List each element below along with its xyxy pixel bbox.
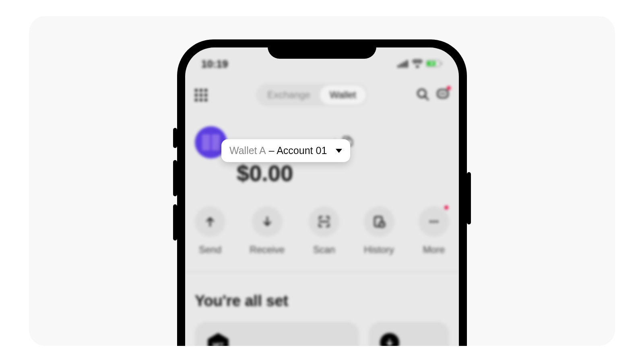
chevron-down-icon — [336, 149, 342, 153]
history-icon — [373, 216, 385, 228]
tab-wallet[interactable]: Wallet — [320, 85, 366, 105]
app-header: Exchange Wallet — [185, 72, 459, 110]
phone-frame: 10:19 — [177, 39, 467, 346]
action-row: Send Receive Scan History — [185, 186, 459, 272]
chat-button[interactable] — [436, 88, 449, 102]
promo-card-download[interactable] — [369, 322, 449, 346]
section-title: You're all set — [185, 272, 459, 322]
history-label: History — [364, 244, 394, 255]
svg-point-10 — [440, 93, 442, 95]
svg-rect-3 — [406, 60, 408, 68]
svg-point-12 — [444, 93, 446, 95]
search-icon — [416, 88, 429, 101]
blurred-background-layer: 10:19 — [185, 47, 459, 346]
account-balance: $0.00 — [185, 160, 459, 186]
svg-rect-2 — [403, 62, 405, 68]
status-time: 10:19 — [201, 58, 228, 70]
svg-point-18 — [433, 221, 435, 223]
more-button[interactable]: More — [419, 206, 449, 255]
tab-exchange[interactable]: Exchange — [258, 85, 320, 105]
phone-mute-switch — [173, 128, 177, 148]
svg-point-19 — [436, 221, 438, 223]
promo-cards-row: NFT — [185, 322, 459, 346]
arrow-down-icon — [385, 338, 394, 346]
search-button[interactable] — [416, 88, 429, 102]
account-name: – Account 01 — [266, 145, 327, 156]
wallet-name: Wallet A — [229, 145, 266, 156]
svg-rect-6 — [441, 62, 442, 65]
notification-dot-icon — [444, 206, 448, 210]
svg-point-17 — [429, 221, 431, 223]
svg-rect-1 — [400, 64, 402, 68]
history-button[interactable]: History — [364, 206, 394, 255]
cellular-icon — [398, 58, 409, 70]
notification-dot-icon — [447, 86, 451, 90]
arrow-down-icon — [261, 216, 273, 228]
svg-rect-0 — [398, 65, 399, 68]
more-icon — [428, 216, 440, 228]
send-button[interactable]: Send — [195, 206, 225, 255]
phone-volume-down — [173, 204, 177, 241]
nft-badge-icon: NFT — [206, 333, 230, 346]
wifi-icon — [412, 58, 423, 70]
download-circle-icon — [380, 333, 399, 346]
phone-screen: 10:19 — [185, 47, 459, 346]
scan-label: Scan — [313, 244, 335, 255]
send-label: Send — [199, 244, 221, 255]
svg-line-8 — [425, 97, 428, 100]
battery-charging-icon — [426, 58, 443, 70]
more-label: More — [423, 244, 445, 255]
phone-power-button — [467, 172, 471, 224]
account-selector[interactable]: Wallet A – Account 01 — [221, 139, 350, 162]
arrow-up-icon — [204, 216, 216, 228]
scan-icon — [318, 216, 330, 228]
presentation-card: 10:19 — [29, 16, 615, 346]
receive-label: Receive — [250, 244, 285, 255]
promo-card-nft[interactable]: NFT — [195, 322, 359, 346]
mode-toggle[interactable]: Exchange Wallet — [256, 84, 367, 106]
svg-point-11 — [442, 93, 444, 95]
scan-button[interactable]: Scan — [309, 206, 339, 255]
apps-grid-icon[interactable] — [195, 89, 207, 101]
receive-button[interactable]: Receive — [250, 206, 285, 255]
phone-notch — [268, 39, 376, 59]
phone-volume-up — [173, 160, 177, 196]
